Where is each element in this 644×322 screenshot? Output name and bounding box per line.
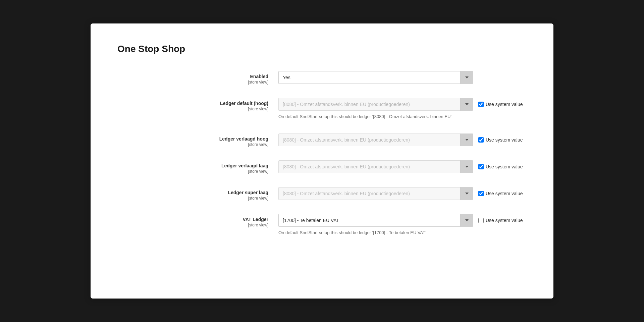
select-ledger_default_hoog[interactable]: [8080] - Omzet afstandsverk. binnen EU (… <box>278 98 473 111</box>
field-scope-enabled: [store view] <box>117 80 268 85</box>
field-scope-vat_ledger: [store view] <box>117 223 268 227</box>
field-scope-ledger_super_laag: [store view] <box>117 196 268 201</box>
use-system-text-ledger_verlaagd_hoog: Use system value <box>486 137 523 143</box>
select-wrapper-ledger_verlaagd_laag: [8080] - Omzet afstandsverk. binnen EU (… <box>278 160 473 173</box>
use-system-label-vat_ledger[interactable]: Use system value <box>478 218 523 223</box>
field-label-ledger_super_laag: Ledger super laag <box>117 190 268 195</box>
field-scope-ledger_default_hoog: [store view] <box>117 107 268 111</box>
use-system-label-ledger_super_laag[interactable]: Use system value <box>478 191 523 196</box>
field-scope-ledger_verlaagd_hoog: [store view] <box>117 142 268 147</box>
use-system-label-ledger_verlaagd_hoog[interactable]: Use system value <box>478 137 523 143</box>
use-system-checkbox-vat_ledger[interactable] <box>478 218 484 223</box>
select-ledger_verlaagd_hoog[interactable]: [8080] - Omzet afstandsverk. binnen EU (… <box>278 133 473 146</box>
use-system-text-ledger_super_laag: Use system value <box>486 191 523 196</box>
form-row-enabled: Enabled[store view]YesNo <box>117 71 527 88</box>
select-wrapper-ledger_default_hoog: [8080] - Omzet afstandsverk. binnen EU (… <box>278 98 473 111</box>
use-system-text-vat_ledger: Use system value <box>486 218 523 223</box>
field-label-ledger_verlaagd_laag: Ledger verlaagd laag <box>117 163 268 168</box>
use-system-label-ledger_default_hoog[interactable]: Use system value <box>478 102 523 107</box>
select-wrapper-enabled: YesNo <box>278 71 473 84</box>
use-system-label-ledger_verlaagd_laag[interactable]: Use system value <box>478 164 523 169</box>
field-label-ledger_default_hoog: Ledger default (hoog) <box>117 101 268 106</box>
select-ledger_super_laag[interactable]: [8080] - Omzet afstandsverk. binnen EU (… <box>278 187 473 200</box>
field-scope-ledger_verlaagd_laag: [store view] <box>117 169 268 174</box>
field-hint-vat_ledger: On default SnelStart setup this should b… <box>278 229 473 236</box>
use-system-text-ledger_verlaagd_laag: Use system value <box>486 164 523 169</box>
select-wrapper-ledger_verlaagd_hoog: [8080] - Omzet afstandsverk. binnen EU (… <box>278 133 473 146</box>
select-vat_ledger[interactable]: [1700] - Te betalen EU VAT <box>278 214 473 227</box>
form-fields: Enabled[store view]YesNoLedger default (… <box>117 71 527 239</box>
field-hint-ledger_default_hoog: On default SnelStart setup this should b… <box>278 113 473 120</box>
form-row-ledger_verlaagd_laag: Ledger verlaagd laag[store view][8080] -… <box>117 160 527 177</box>
field-label-enabled: Enabled <box>117 74 268 79</box>
field-label-vat_ledger: VAT Ledger <box>117 217 268 222</box>
use-system-text-ledger_default_hoog: Use system value <box>486 102 523 107</box>
form-row-vat_ledger: VAT Ledger[store view][1700] - Te betale… <box>117 214 527 239</box>
use-system-checkbox-ledger_super_laag[interactable] <box>478 191 484 196</box>
select-ledger_verlaagd_laag[interactable]: [8080] - Omzet afstandsverk. binnen EU (… <box>278 160 473 173</box>
use-system-checkbox-ledger_default_hoog[interactable] <box>478 102 484 107</box>
use-system-checkbox-ledger_verlaagd_laag[interactable] <box>478 164 484 169</box>
page-title: One Stop Shop <box>117 44 527 54</box>
select-wrapper-vat_ledger: [1700] - Te betalen EU VAT <box>278 214 473 227</box>
page-container: One Stop Shop Enabled[store view]YesNoLe… <box>91 23 553 299</box>
form-row-ledger_super_laag: Ledger super laag[store view][8080] - Om… <box>117 187 527 204</box>
select-wrapper-ledger_super_laag: [8080] - Omzet afstandsverk. binnen EU (… <box>278 187 473 200</box>
field-label-ledger_verlaagd_hoog: Ledger verlaagd hoog <box>117 136 268 142</box>
form-row-ledger_verlaagd_hoog: Ledger verlaagd hoog[store view][8080] -… <box>117 133 527 150</box>
form-row-ledger_default_hoog: Ledger default (hoog)[store view][8080] … <box>117 98 527 123</box>
select-enabled[interactable]: YesNo <box>278 71 473 84</box>
use-system-checkbox-ledger_verlaagd_hoog[interactable] <box>478 137 484 143</box>
